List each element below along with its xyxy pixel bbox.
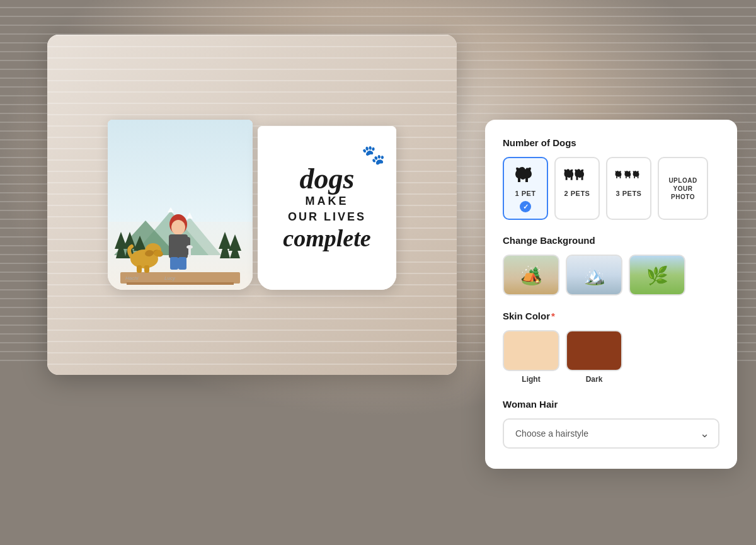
bg-option-lake[interactable] <box>566 255 622 295</box>
svg-point-20 <box>186 245 193 249</box>
upload-photo-option[interactable]: UPLOADYOURPHOTO <box>658 157 708 220</box>
svg-rect-21 <box>170 257 178 270</box>
dog-name: Hachi <box>125 275 138 281</box>
single-dog-icon <box>512 164 539 187</box>
skin-color-title: Skin Color* <box>503 311 719 321</box>
two-dogs-icon <box>563 164 591 187</box>
change-background-title: Change Background <box>503 235 719 246</box>
skin-option-light[interactable]: Light <box>503 330 559 384</box>
dogs-options: 1 PET 2 PETS 3 PETS <box>503 157 719 220</box>
number-of-dogs-title: Number of Dogs <box>503 137 719 148</box>
woman-hair-title: Woman Hair <box>503 399 719 410</box>
skin-label-light: Light <box>522 375 540 384</box>
hair-dropdown[interactable]: Choose a hairstyle Short Bob Long Straig… <box>503 418 719 449</box>
mugs-row: Hachi Lucy dogs MAKE OUR LIVES complete … <box>108 120 396 290</box>
mug-product-image: Hachi Lucy dogs MAKE OUR LIVES complete … <box>47 35 457 375</box>
bg-option-field[interactable] <box>629 255 685 295</box>
right-mug: dogs MAKE OUR LIVES complete 🐾 <box>258 126 396 290</box>
mug-text-dogs: dogs <box>300 166 355 192</box>
skin-swatch-dark <box>566 330 622 371</box>
mug-text-complete: complete <box>283 226 370 250</box>
dog-option-3pets[interactable]: 3 PETS <box>606 157 651 220</box>
left-mug: Hachi Lucy <box>108 120 253 290</box>
svg-rect-29 <box>144 265 149 273</box>
svg-rect-28 <box>137 265 142 273</box>
paw-icon: 🐾 <box>362 144 385 166</box>
svg-marker-12 <box>219 232 231 249</box>
selected-checkmark <box>520 201 531 212</box>
mug-text-our-lives: OUR LIVES <box>288 210 366 224</box>
dog-option-1pet[interactable]: 1 PET <box>503 157 548 220</box>
hair-dropdown-wrap: Choose a hairstyle Short Bob Long Straig… <box>503 418 719 449</box>
customizer-panel: Number of Dogs 1 PET 2 PETS <box>485 120 737 469</box>
skin-option-dark[interactable]: Dark <box>566 330 622 384</box>
dog-option-3pets-label: 3 PETS <box>616 190 642 197</box>
svg-rect-17 <box>169 234 188 258</box>
mug-text-make: MAKE <box>306 195 349 208</box>
three-dogs-icon <box>615 164 643 187</box>
svg-point-27 <box>154 250 163 256</box>
background-options <box>503 255 719 295</box>
dog-option-2pets[interactable]: 2 PETS <box>554 157 600 220</box>
svg-marker-14 <box>229 234 241 251</box>
skin-label-dark: Dark <box>586 375 603 384</box>
upload-photo-label: UPLOADYOURPHOTO <box>668 176 697 201</box>
skin-color-options: Light Dark <box>503 330 719 384</box>
dog-option-1pet-label: 1 PET <box>515 190 536 197</box>
skin-swatch-light <box>503 330 559 371</box>
person-name: Lucy <box>164 275 175 281</box>
bg-option-forest[interactable] <box>503 255 559 295</box>
svg-point-16 <box>171 220 185 235</box>
dog-option-2pets-label: 2 PETS <box>564 190 590 197</box>
svg-rect-22 <box>178 257 186 270</box>
